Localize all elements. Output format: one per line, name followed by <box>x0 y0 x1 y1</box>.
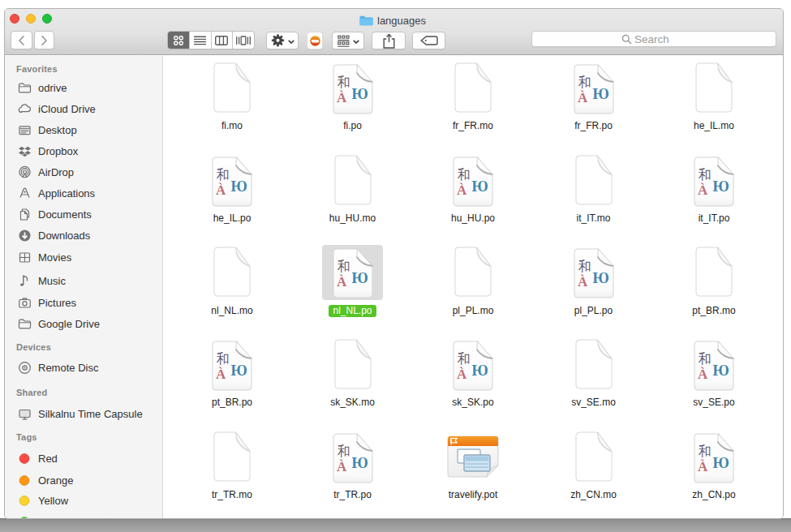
svg-text:À: À <box>698 367 708 382</box>
svg-text:和: 和 <box>216 352 230 366</box>
svg-text:和: 和 <box>337 260 350 273</box>
svg-text:À: À <box>578 90 588 105</box>
svg-text:À: À <box>457 367 467 382</box>
svg-text:À: À <box>216 367 226 382</box>
svg-text:Ю: Ю <box>713 178 729 195</box>
svg-text:À: À <box>698 459 708 474</box>
svg-text:和: 和 <box>337 444 350 458</box>
svg-text:和: 和 <box>578 260 591 273</box>
svg-text:Ю: Ю <box>231 178 247 195</box>
svg-text:和: 和 <box>698 168 711 182</box>
svg-text:和: 和 <box>337 75 350 89</box>
svg-text:À: À <box>578 274 588 290</box>
svg-text:À: À <box>698 182 708 198</box>
svg-text:和: 和 <box>457 352 471 366</box>
svg-text:Ю: Ю <box>351 86 368 102</box>
svg-text:Ю: Ю <box>713 455 729 471</box>
svg-text:À: À <box>216 182 226 198</box>
svg-text:和: 和 <box>698 352 711 366</box>
svg-text:Ю: Ю <box>592 270 608 286</box>
svg-text:Ю: Ю <box>472 363 488 379</box>
svg-text:和: 和 <box>457 168 471 182</box>
svg-text:À: À <box>337 459 347 474</box>
svg-text:Ю: Ю <box>231 363 247 379</box>
svg-text:À: À <box>457 182 467 198</box>
svg-text:和: 和 <box>578 75 591 89</box>
svg-text:Ю: Ю <box>351 455 368 471</box>
svg-text:和: 和 <box>698 444 711 458</box>
svg-text:Ю: Ю <box>351 270 368 286</box>
svg-text:À: À <box>337 90 347 105</box>
svg-text:Ю: Ю <box>472 178 488 195</box>
svg-text:Ю: Ю <box>592 86 608 102</box>
svg-text:和: 和 <box>216 168 230 182</box>
svg-text:À: À <box>337 274 347 290</box>
svg-text:Ю: Ю <box>713 363 729 379</box>
